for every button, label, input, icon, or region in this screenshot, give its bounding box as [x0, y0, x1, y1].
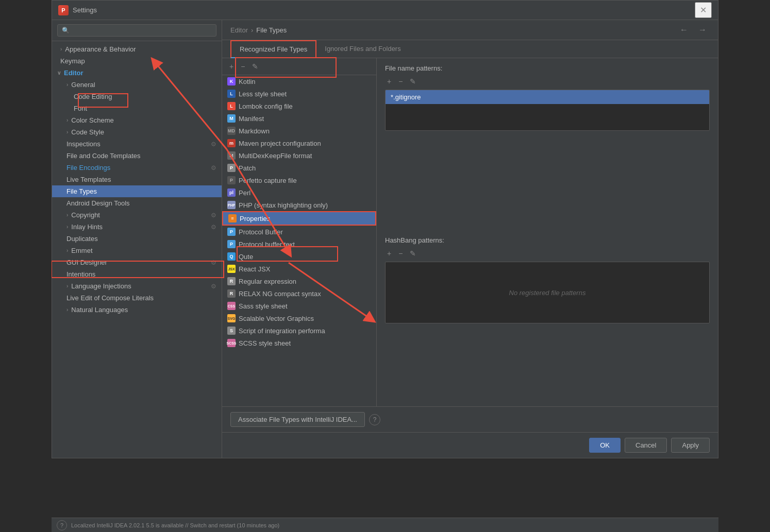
edit-hashbang-button[interactable]: ✎: [408, 248, 418, 259]
sidebar-item-label: Emmet: [71, 247, 92, 254]
file-type-php[interactable]: PHP PHP (syntax highlighting only): [222, 199, 376, 211]
sidebar-item-inlay-hints[interactable]: › Inlay Hints ⚙: [52, 221, 222, 233]
file-type-perfetto[interactable]: P Perfetto capture file: [222, 174, 376, 186]
search-box: [52, 20, 222, 41]
file-type-label: Qute: [239, 253, 253, 261]
cancel-button[interactable]: Cancel: [625, 438, 667, 453]
expand-arrow: ›: [66, 117, 68, 123]
file-type-label: PHP (syntax highlighting only): [239, 201, 328, 209]
multidex-icon: M: [227, 151, 236, 160]
file-type-label: Lombok config file: [239, 102, 293, 110]
sidebar-item-general[interactable]: › General: [52, 79, 222, 91]
file-type-relax[interactable]: R RELAX NG compact syntax: [222, 287, 376, 300]
sidebar-item-label: Android Design Tools: [66, 199, 130, 207]
file-type-label: Perl: [239, 189, 250, 197]
expand-arrow: ›: [66, 283, 68, 289]
file-type-label: RELAX NG compact syntax: [239, 290, 321, 298]
sidebar-item-file-code-templates[interactable]: File and Code Templates: [52, 150, 222, 162]
file-type-label: Protocol Buffer: [239, 228, 283, 236]
sidebar-item-duplicates[interactable]: Duplicates: [52, 233, 222, 245]
sidebar-item-label: File and Code Templates: [66, 152, 141, 160]
help-button[interactable]: ?: [369, 414, 380, 425]
sidebar-item-copyright[interactable]: › Copyright ⚙: [52, 209, 222, 221]
file-type-label: Maven project configuration: [239, 140, 321, 147]
ok-button[interactable]: OK: [589, 438, 621, 453]
file-type-perl[interactable]: pl Perl: [222, 186, 376, 199]
sidebar-item-android-design[interactable]: Android Design Tools: [52, 197, 222, 209]
file-type-svg[interactable]: SVG Scalable Vector Graphics: [222, 312, 376, 324]
close-button[interactable]: ✕: [695, 2, 712, 18]
sidebar-item-appearance[interactable]: › Appearance & Behavior: [52, 43, 222, 55]
sidebar-item-file-encodings[interactable]: File Encodings ⚙: [52, 162, 222, 174]
tab-recognized-file-types[interactable]: Recognized File Types: [230, 40, 316, 58]
associate-file-types-button[interactable]: Associate File Types with IntelliJ IDEA.…: [230, 412, 365, 427]
file-type-manifest[interactable]: M Manifest: [222, 112, 376, 125]
apply-button[interactable]: Apply: [671, 438, 710, 453]
file-type-kotlin[interactable]: K Kotlin: [222, 75, 376, 88]
file-type-scss[interactable]: SCSS SCSS style sheet: [222, 337, 376, 349]
sidebar-item-label: Live Edit of Compose Literals: [66, 294, 154, 302]
file-type-protocol-buffer[interactable]: P Protocol Buffer: [222, 226, 376, 238]
pattern-item-gitignore[interactable]: *.gitignore: [386, 90, 709, 104]
file-type-properties[interactable]: ≡ Properties: [222, 211, 376, 226]
file-type-maven[interactable]: m Maven project configuration: [222, 137, 376, 149]
edit-pattern-button[interactable]: ✎: [408, 76, 418, 87]
sidebar-item-keymap[interactable]: Keymap: [52, 55, 222, 67]
sidebar-item-code-style[interactable]: › Code Style: [52, 126, 222, 138]
sidebar-item-editor[interactable]: ∨ Editor: [52, 67, 222, 79]
sidebar-item-natural-languages[interactable]: › Natural Languages: [52, 304, 222, 316]
sidebar-item-font[interactable]: Font: [52, 102, 222, 114]
status-help-button[interactable]: ?: [57, 520, 67, 530]
file-type-less[interactable]: L Less style sheet: [222, 88, 376, 100]
file-type-qute[interactable]: Q Qute: [222, 250, 376, 263]
right-panel: Editor › File Types ← → Recognized File …: [222, 20, 718, 458]
expand-arrow: ›: [66, 82, 68, 88]
back-button[interactable]: ←: [677, 24, 691, 36]
sidebar-item-inspections[interactable]: Inspections ⚙: [52, 138, 222, 150]
file-type-patch[interactable]: P Patch: [222, 162, 376, 174]
sidebar-item-live-edit[interactable]: Live Edit of Compose Literals: [52, 292, 222, 304]
remove-file-type-button[interactable]: −: [239, 61, 247, 72]
gear-icon: ⚙: [211, 224, 216, 231]
sidebar-item-emmet[interactable]: › Emmet: [52, 245, 222, 256]
add-pattern-button[interactable]: +: [385, 76, 393, 87]
edit-file-type-button[interactable]: ✎: [250, 61, 260, 72]
sidebar-item-file-types[interactable]: File Types: [52, 185, 222, 197]
gear-icon: ⚙: [211, 164, 216, 171]
file-type-markdown[interactable]: MD Markdown: [222, 125, 376, 137]
perl-icon: pl: [227, 188, 236, 197]
forward-button[interactable]: →: [695, 24, 710, 36]
sidebar-item-gui-designer[interactable]: GUI Designer ⚙: [52, 256, 222, 268]
add-hashbang-button[interactable]: +: [385, 248, 393, 259]
sidebar-tree: › Appearance & Behavior Keymap ∨ Editor …: [52, 41, 222, 458]
file-type-regex[interactable]: R Regular expression: [222, 275, 376, 287]
gear-icon: ⚙: [211, 283, 216, 290]
sidebar-item-live-templates[interactable]: Live Templates: [52, 174, 222, 185]
proto-icon: P: [227, 228, 236, 236]
sidebar-item-intentions[interactable]: Intentions: [52, 268, 222, 280]
sidebar-item-code-editing[interactable]: Code Editing: [52, 91, 222, 102]
file-type-react-jsx[interactable]: JSX React JSX: [222, 263, 376, 275]
properties-icon: ≡: [228, 214, 237, 222]
sidebar-item-language-injections[interactable]: › Language Injections ⚙: [52, 280, 222, 292]
file-type-label: Manifest: [239, 115, 264, 123]
file-type-label: Regular expression: [239, 278, 296, 285]
breadcrumb-nav: ← →: [677, 24, 710, 36]
file-type-multidex[interactable]: M MultiDexKeepFile format: [222, 149, 376, 162]
add-file-type-button[interactable]: +: [227, 61, 236, 72]
expand-arrow: ∨: [57, 70, 61, 76]
settings-window: P Settings ✕ › Appearance & Behavior Key…: [52, 0, 718, 458]
remove-pattern-button[interactable]: −: [396, 76, 405, 87]
tab-ignored-files[interactable]: Ignored Files and Folders: [316, 41, 409, 58]
file-type-lombok[interactable]: L Lombok config file: [222, 100, 376, 112]
remove-hashbang-button[interactable]: −: [396, 248, 405, 259]
file-type-script[interactable]: S Script of integration performa: [222, 324, 376, 337]
proto-text-icon: P: [227, 240, 236, 248]
file-type-protocol-buffer-text[interactable]: P Protocol buffer text: [222, 238, 376, 250]
sidebar-item-label: Inspections: [66, 140, 101, 148]
file-type-sass[interactable]: CSS Sass style sheet: [222, 300, 376, 312]
regex-icon: R: [227, 277, 236, 285]
search-input[interactable]: [57, 24, 216, 37]
sidebar-item-color-scheme[interactable]: › Color Scheme: [52, 114, 222, 126]
sidebar-item-label: Font: [74, 105, 87, 112]
